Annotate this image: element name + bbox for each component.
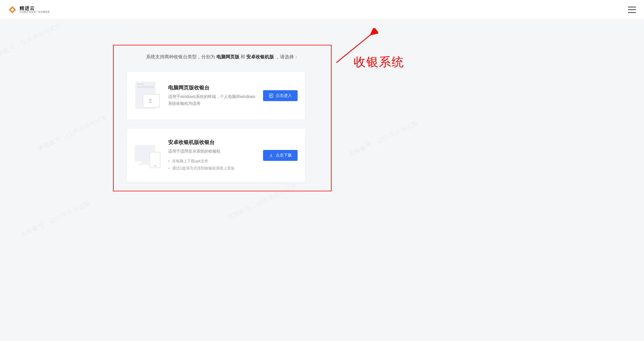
svg-rect-12 [142, 161, 148, 163]
cashier-option-android: 安卓收银机版收银台 适用于适用安卓系统的收银机 在电脑上下载apk文件 通过U盘… [127, 129, 305, 182]
watermark: 体验账号，仅供演示与试用 [36, 113, 109, 153]
enter-web-cashier-button[interactable]: 点击进入 [263, 90, 298, 101]
intro-mid: 和 [241, 54, 246, 59]
svg-rect-5 [143, 94, 160, 107]
card-body: 安卓收银机版收银台 适用于适用安卓系统的收银机 在电脑上下载apk文件 通过U盘… [168, 139, 257, 172]
intro-bold-android: 安卓收银机版 [246, 54, 274, 59]
brand: 精进云 企业数字化转型一站式服务商 [8, 5, 53, 14]
svg-rect-14 [150, 152, 160, 168]
enter-icon [269, 93, 273, 98]
download-icon [269, 153, 273, 158]
watermark: 体验账号，仅供演示与试用 [0, 21, 63, 61]
pc-illustration-icon [133, 80, 162, 111]
svg-rect-3 [137, 83, 143, 85]
intro-suffix: ，请选择： [275, 54, 298, 59]
annotation-highlight-box: 系统支持两种收银台类型，分别为 电脑网页版 和 安卓收银机版 ，请选择： 电脑网… [113, 45, 331, 191]
app-header: 精进云 企业数字化转型一站式服务商 [0, 0, 644, 20]
brand-name: 精进云 [20, 6, 53, 11]
card-title: 电脑网页版收银台 [168, 84, 257, 91]
page-body: 体验账号，仅供演示与试用 体验账号，仅供演示与试用 体验账号，仅供演示与试用 体… [0, 20, 644, 341]
install-steps-list: 在电脑上下载apk文件 通过U盘等方式传到收银机系统上安装 [168, 158, 257, 172]
brand-text: 精进云 企业数字化转型一站式服务商 [20, 6, 53, 14]
svg-rect-15 [153, 165, 157, 166]
intro-prefix: 系统支持两种收银台类型，分别为 [146, 54, 216, 59]
svg-rect-4 [137, 86, 154, 88]
card-desc: 适用于适用安卓系统的收银机 [168, 148, 257, 155]
card-desc: 适用于windows系统的终端，个人电脑和windows系统收银机均适用 [168, 93, 257, 107]
download-android-cashier-button[interactable]: 点击下载 [263, 150, 298, 161]
menu-toggle-button[interactable] [628, 7, 636, 13]
cashier-option-web: 电脑网页版收银台 适用于windows系统的终端，个人电脑和windows系统收… [127, 72, 305, 120]
card-title: 安卓收银机版收银台 [168, 139, 257, 146]
svg-rect-8 [151, 99, 152, 100]
card-body: 电脑网页版收银台 适用于windows系统的终端，个人电脑和windows系统收… [168, 84, 257, 107]
button-label: 点击下载 [276, 153, 292, 158]
intro-text: 系统支持两种收银台类型，分别为 电脑网页版 和 安卓收银机版 ，请选择： [114, 54, 331, 60]
annotation-label: 收银系统 [354, 54, 404, 70]
android-pos-illustration-icon [133, 140, 162, 171]
intro-bold-web: 电脑网页版 [216, 54, 239, 59]
install-step: 通过U盘等方式传到收银机系统上安装 [168, 165, 257, 172]
svg-rect-13 [139, 163, 151, 165]
brand-tagline: 企业数字化转型一站式服务商 [20, 11, 50, 14]
svg-rect-7 [149, 99, 150, 100]
watermark: 体验账号，仅供演示与试用 [19, 199, 91, 239]
watermark: 体验账号，仅供演示与试用 [347, 119, 419, 159]
brand-logo-icon [8, 5, 17, 14]
svg-rect-9 [149, 102, 152, 103]
button-label: 点击进入 [276, 93, 292, 98]
install-step: 在电脑上下载apk文件 [168, 158, 257, 165]
